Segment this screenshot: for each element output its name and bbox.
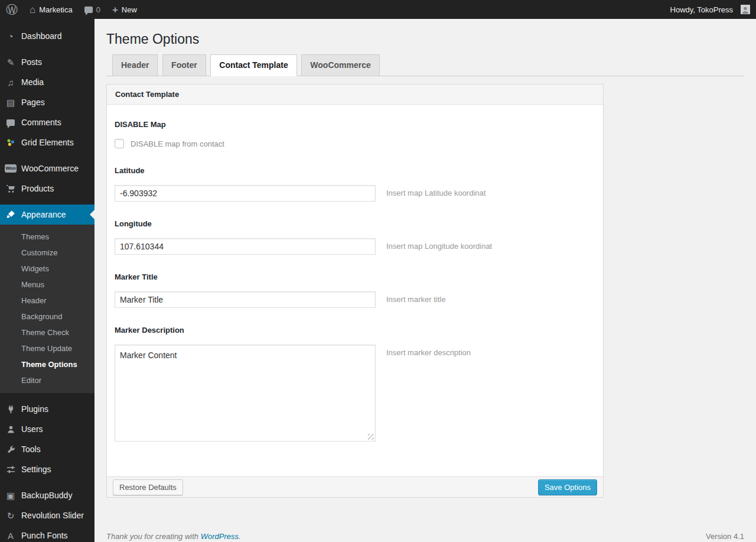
dashboard-icon: ◔ [5, 32, 17, 41]
sidebar-item-dashboard[interactable]: ◔ Dashboard [0, 26, 94, 46]
submenu-item-menus[interactable]: Menus [0, 277, 94, 293]
new-content-menu[interactable]: + New [106, 0, 143, 19]
backup-disk-icon: ▣ [5, 491, 17, 500]
marker-title-label: Marker Title [115, 272, 595, 281]
marker-title-input[interactable] [115, 291, 376, 308]
latitude-hint: Insert map Latitude koordinat [386, 185, 485, 197]
tab-footer[interactable]: Footer [162, 54, 206, 76]
admin-sidebar: ◔ Dashboard ✎ Posts ♫ Media ▤ Pages Comm… [0, 19, 94, 542]
latitude-input[interactable] [115, 185, 376, 202]
submenu-item-editor[interactable]: Editor [0, 372, 94, 388]
cart-icon [5, 184, 17, 193]
comment-bubble-icon [84, 7, 93, 13]
page-title: Theme Options [106, 19, 744, 48]
pages-icon: ▤ [5, 98, 17, 107]
media-icon: ♫ [5, 78, 17, 87]
comment-count: 0 [96, 5, 100, 14]
admin-bar: Ⓦ ⌂ Marketica 0 + New Howdy, TokoPress [0, 0, 756, 19]
sidebar-item-plugins[interactable]: Plugins [0, 399, 94, 419]
submenu-item-theme-update[interactable]: Theme Update [0, 340, 94, 356]
panel-footer: Restore Defaults Save Options [107, 476, 603, 497]
submenu-item-header[interactable]: Header [0, 293, 94, 309]
disable-map-section: DISABLE Map DISABLE map from contact [115, 120, 595, 148]
new-label: New [122, 5, 137, 14]
longitude-hint: Insert map Longitude koordinat [386, 238, 492, 251]
menu-separator [0, 199, 94, 205]
howdy-label: Howdy, TokoPress [670, 5, 733, 14]
letter-a-icon: A [5, 531, 17, 540]
wordpress-logo-menu[interactable]: Ⓦ [0, 0, 24, 19]
panel-body: DISABLE Map DISABLE map from contact Lat… [107, 105, 603, 476]
plus-icon: + [112, 5, 118, 15]
woocommerce-icon: Woo [5, 164, 17, 173]
sidebar-item-tools[interactable]: Tools [0, 439, 94, 459]
sidebar-item-posts[interactable]: ✎ Posts [0, 52, 94, 72]
marker-description-section: Marker Description Marker Content Insert… [115, 326, 595, 443]
theme-options-tabs: Header Footer Contact Template WooCommer… [106, 54, 744, 76]
submenu-item-background[interactable]: Background [0, 309, 94, 324]
tab-woocommerce[interactable]: WooCommerce [301, 54, 379, 76]
cycle-arrows-icon: ↻ [5, 511, 17, 520]
site-name-label: Marketica [39, 5, 72, 14]
comments-shortcut[interactable]: 0 [79, 0, 106, 19]
user-icon [5, 425, 17, 434]
longitude-section: Longitude Insert map Longitude koordinat [115, 219, 595, 255]
sidebar-item-punch-fonts[interactable]: A Punch Fonts [0, 525, 94, 542]
disable-map-label: DISABLE Map [115, 120, 595, 129]
restore-defaults-button[interactable]: Restore Defaults [113, 479, 183, 495]
plug-icon [5, 405, 17, 414]
wordpress-link[interactable]: WordPress [201, 532, 239, 541]
menu-separator [0, 393, 94, 399]
submenu-item-themes[interactable]: Themes [0, 229, 94, 245]
submenu-item-theme-options[interactable]: Theme Options [0, 356, 94, 372]
tab-contact-template[interactable]: Contact Template [210, 54, 296, 76]
main-content: Theme Options Header Footer Contact Temp… [94, 0, 756, 541]
wordpress-logo-icon: Ⓦ [6, 4, 18, 15]
sidebar-item-backupbuddy[interactable]: ▣ BackupBuddy [0, 485, 94, 505]
paintbrush-icon [5, 210, 17, 219]
submenu-item-widgets[interactable]: Widgets [0, 261, 94, 277]
disable-map-checkbox-label: DISABLE map from contact [131, 139, 224, 148]
sidebar-item-revolution-slider[interactable]: ↻ Revolution Slider [0, 505, 94, 525]
latitude-section: Latitude Insert map Latitude koordinat [115, 166, 595, 202]
version-label: Version 4.1 [706, 532, 744, 541]
pin-icon: ✎ [5, 58, 17, 67]
comments-icon [5, 119, 17, 126]
sidebar-item-pages[interactable]: ▤ Pages [0, 92, 94, 112]
footer-thanks: Thank you for creating with WordPress. [106, 532, 241, 541]
wrench-icon [5, 445, 17, 454]
site-name-link[interactable]: ⌂ Marketica [24, 0, 79, 19]
submenu-item-customize[interactable]: Customize [0, 245, 94, 261]
sidebar-item-grid-elements[interactable]: Grid Elements [0, 132, 94, 152]
marker-title-hint: Insert marker title [386, 291, 445, 304]
home-icon: ⌂ [30, 5, 35, 15]
sidebar-item-woocommerce[interactable]: Woo WooCommerce [0, 158, 94, 178]
menu-separator [0, 46, 94, 52]
tab-header[interactable]: Header [112, 54, 158, 76]
marker-title-section: Marker Title Insert marker title [115, 272, 595, 308]
panel-title: Contact Template [107, 85, 603, 105]
longitude-input[interactable] [115, 238, 376, 255]
latitude-label: Latitude [115, 166, 595, 175]
page-footer: Thank you for creating with WordPress. V… [106, 532, 744, 541]
sidebar-item-products[interactable]: Products [0, 178, 94, 199]
submenu-item-theme-check[interactable]: Theme Check [0, 324, 94, 340]
account-menu[interactable]: Howdy, TokoPress [664, 0, 756, 19]
sidebar-item-comments[interactable]: Comments [0, 112, 94, 132]
sidebar-item-users[interactable]: Users [0, 419, 94, 439]
marker-description-textarea[interactable]: Marker Content [115, 345, 376, 442]
save-options-button[interactable]: Save Options [538, 479, 597, 495]
menu-separator [0, 479, 94, 485]
contact-template-panel: Contact Template DISABLE Map DISABLE map… [106, 84, 604, 498]
appearance-submenu: Themes Customize Widgets Menus Header Ba… [0, 225, 94, 393]
avatar [741, 5, 750, 14]
sidebar-item-media[interactable]: ♫ Media [0, 72, 94, 92]
longitude-label: Longitude [115, 219, 595, 228]
marker-description-hint: Insert marker description [386, 345, 471, 357]
sidebar-item-appearance[interactable]: Appearance [0, 205, 94, 225]
settings-sliders-icon [5, 465, 17, 474]
marker-description-label: Marker Description [115, 326, 595, 335]
disable-map-checkbox[interactable] [115, 139, 124, 148]
sidebar-item-settings[interactable]: Settings [0, 459, 94, 479]
grid-elements-icon [5, 138, 17, 147]
